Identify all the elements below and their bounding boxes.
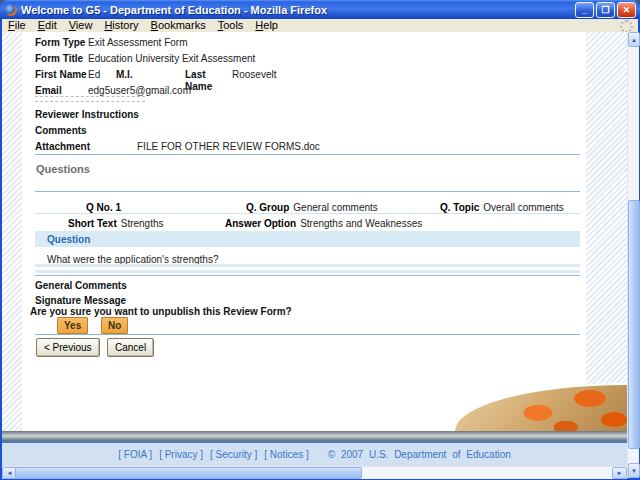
field-form-type: Form Type Exit Assessment Form bbox=[35, 37, 187, 49]
menu-bar: File Edit View History Bookmarks Tools H… bbox=[2, 19, 638, 33]
footer-link-foia[interactable]: [ FOIA ] bbox=[118, 449, 152, 460]
previous-button[interactable]: < Previous bbox=[36, 338, 100, 357]
dotted-divider bbox=[35, 96, 145, 102]
title-bar[interactable]: Welcome to G5 - Department of Education … bbox=[0, 0, 640, 19]
attachment-filename: FILE FOR OTHER REVIEW FORMS.doc bbox=[137, 141, 320, 153]
menu-bookmarks[interactable]: Bookmarks bbox=[145, 19, 212, 32]
row-divider bbox=[35, 213, 580, 214]
menu-tools[interactable]: Tools bbox=[212, 19, 250, 32]
cancel-button[interactable]: Cancel bbox=[107, 338, 154, 357]
close-button-icon[interactable]: ✕ bbox=[617, 2, 636, 18]
menu-file[interactable]: File bbox=[2, 19, 32, 32]
minimize-button-icon[interactable]: _ bbox=[575, 2, 594, 18]
window-title: Welcome to G5 - Department of Education … bbox=[21, 4, 327, 16]
horizontal-scroll-thumb[interactable] bbox=[15, 467, 362, 479]
page-footer: [ FOIA ] [ Privacy ] [ Security ] [ Noti… bbox=[2, 443, 627, 466]
copyright-text: © 2007 U.S. Department of Education bbox=[328, 449, 511, 460]
section-divider bbox=[35, 191, 580, 192]
field-value: Exit Assessment Form bbox=[88, 37, 187, 49]
scroll-right-icon[interactable]: ► bbox=[612, 467, 627, 479]
field-label: Attachment bbox=[35, 141, 137, 153]
unpublish-confirm-message: Are you sure you want to unpublish this … bbox=[30, 306, 292, 317]
footer-link-notices[interactable]: [ Notices ] bbox=[264, 449, 308, 460]
footer-link-security[interactable]: [ Security ] bbox=[210, 449, 257, 460]
yes-button[interactable]: Yes bbox=[57, 317, 88, 334]
metallic-divider-bar bbox=[2, 431, 627, 443]
panel-footer-bar bbox=[35, 264, 580, 267]
section-divider bbox=[35, 154, 580, 155]
last-name-label: Last Name bbox=[185, 69, 232, 93]
comments-label: Comments bbox=[35, 125, 87, 137]
reviewer-instructions-label: Reviewer Instructions bbox=[35, 109, 139, 121]
horizontal-scrollbar[interactable]: ◄ ► bbox=[2, 466, 627, 479]
field-value: Education University Exit Assessment bbox=[88, 53, 255, 65]
question-group: Q. Group General comments bbox=[246, 202, 378, 213]
vertical-scroll-thumb[interactable] bbox=[628, 200, 640, 449]
last-name-value: Roosevelt bbox=[232, 69, 276, 93]
menu-edit[interactable]: Edit bbox=[32, 19, 63, 32]
field-form-title: Form Title Education University Exit Ass… bbox=[35, 53, 255, 65]
firefox-icon bbox=[5, 4, 17, 16]
no-button[interactable]: No bbox=[101, 317, 128, 334]
menu-view[interactable]: View bbox=[63, 19, 99, 32]
menu-help[interactable]: Help bbox=[249, 19, 284, 32]
maximize-button-icon[interactable]: ❐ bbox=[596, 2, 615, 18]
scroll-up-icon[interactable]: ▲ bbox=[628, 32, 640, 47]
panel-footer-bar bbox=[35, 270, 580, 273]
signature-message-label: Signature Message bbox=[35, 295, 126, 306]
field-label: Form Type bbox=[35, 37, 88, 49]
question-topic: Q. Topic Overall comments bbox=[440, 202, 564, 213]
question-detail-row: Short Text Strengths Answer Option Stren… bbox=[2, 218, 627, 230]
answer-option: Answer Option Strengths and Weaknesses bbox=[225, 218, 422, 229]
field-attachment: Attachment FILE FOR OTHER REVIEW FORMS.d… bbox=[35, 141, 320, 153]
browser-window: Welcome to G5 - Department of Education … bbox=[0, 0, 640, 480]
question-panel-header: Question bbox=[35, 231, 580, 247]
scroll-down-icon[interactable]: ▼ bbox=[628, 463, 640, 478]
short-text: Short Text Strengths bbox=[68, 218, 164, 229]
section-divider bbox=[35, 275, 580, 276]
section-divider bbox=[35, 334, 580, 335]
footer-link-privacy[interactable]: [ Privacy ] bbox=[159, 449, 203, 460]
page-content: Form Type Exit Assessment Form Form Titl… bbox=[2, 32, 627, 466]
general-comments-label: General Comments bbox=[35, 280, 127, 291]
question-number: Q No. 1 bbox=[86, 202, 121, 213]
field-label: Form Title bbox=[35, 53, 88, 65]
menu-history[interactable]: History bbox=[98, 19, 144, 32]
window-controls: _ ❐ ✕ bbox=[575, 2, 636, 18]
vertical-scrollbar[interactable]: ▲ ▼ bbox=[627, 32, 639, 478]
questions-section-heading: Questions bbox=[36, 163, 90, 175]
